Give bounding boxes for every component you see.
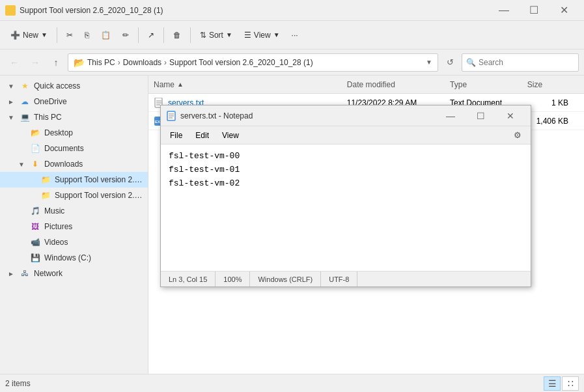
- path-part-folder: Support Tool version 2.6_2020_10_28 (1): [169, 58, 313, 67]
- content-line-1: fsl-test-vm-00: [169, 150, 523, 163]
- sort-button[interactable]: ⇅ Sort ▼: [195, 25, 238, 46]
- path-folder-icon: 📂: [74, 57, 85, 68]
- sidebar-label: Downloads: [44, 160, 83, 169]
- file-pane: Name ▲ Date modified Type Size: [148, 76, 584, 374]
- sidebar-label: Quick access: [34, 81, 80, 91]
- share-button[interactable]: ↗: [143, 25, 160, 46]
- up-button[interactable]: ↑: [47, 53, 65, 72]
- sidebar-label: Windows (C:): [44, 253, 91, 262]
- minimize-button[interactable]: —: [489, 0, 519, 21]
- notepad-settings-button[interactable]: ⚙: [507, 126, 528, 145]
- notepad-title-left: servers.txt - Notepad: [166, 111, 253, 121]
- zoom-level: 100%: [216, 272, 250, 287]
- address-bar: ← → ↑ 📂 This PC › Downloads › Support To…: [0, 49, 584, 76]
- new-icon: ➕: [10, 31, 20, 40]
- forward-button[interactable]: →: [26, 53, 44, 72]
- line-ending: Windows (CRLF): [250, 272, 321, 287]
- main-layout: ▼ ★ Quick access ► ☁ OneDrive ▼ 💻 This P…: [0, 76, 584, 374]
- new-button[interactable]: ➕ New ▼: [5, 25, 53, 46]
- folder-yellow-icon: 📁: [40, 175, 51, 185]
- view-button[interactable]: ☰ View ▼: [239, 25, 285, 46]
- paste-button[interactable]: 📋: [96, 25, 116, 46]
- toolbar-separator-1: [57, 27, 57, 43]
- details-view-button[interactable]: ☰: [544, 376, 561, 391]
- folder-icon: 📂: [30, 128, 40, 138]
- sidebar-item-pictures[interactable]: 🖼 Pictures: [0, 219, 148, 234]
- maximize-button[interactable]: ☐: [519, 0, 549, 21]
- toolbar-separator-2: [138, 27, 139, 43]
- share-icon: ↗: [148, 31, 154, 40]
- search-icon: 🔍: [466, 58, 476, 67]
- encoding: UTF-8: [321, 272, 357, 287]
- notepad-menu-edit[interactable]: Edit: [189, 128, 216, 143]
- folder-yellow-icon: 📁: [40, 190, 51, 201]
- sidebar-item-onedrive[interactable]: ► ☁ OneDrive: [0, 94, 148, 109]
- sidebar-item-stv2[interactable]: 📁 Support Tool version 2.6_202: [0, 188, 148, 203]
- notepad-window-title: servers.txt - Notepad: [180, 111, 253, 120]
- rename-button[interactable]: ✏: [117, 25, 134, 46]
- notepad-menu-view[interactable]: View: [216, 128, 245, 143]
- tiles-view-button[interactable]: ∷: [562, 376, 579, 391]
- sidebar-item-videos[interactable]: 📹 Videos: [0, 234, 148, 250]
- col-header-size[interactable]: Size: [527, 80, 579, 89]
- col-header-name[interactable]: Name ▲: [154, 80, 347, 89]
- sidebar-label: Videos: [44, 238, 68, 247]
- sidebar-item-music[interactable]: 🎵 Music: [0, 203, 148, 219]
- title-bar-controls: — ☐ ✕: [489, 0, 579, 21]
- sort-arrow-icon: ▲: [177, 81, 184, 88]
- notepad-menu-file[interactable]: File: [163, 128, 189, 143]
- sidebar-item-stv1[interactable]: 📁 Support Tool version 2.6_202: [0, 172, 148, 188]
- notepad-window: servers.txt - Notepad — ☐ ✕ File Edit Vi…: [160, 105, 531, 287]
- cloud-icon: ☁: [20, 96, 30, 107]
- expander-icon: ►: [8, 270, 16, 277]
- view-dropdown-icon: ▼: [273, 31, 280, 38]
- col-header-type[interactable]: Type: [450, 80, 527, 89]
- pc-icon: 💻: [20, 112, 30, 122]
- videos-icon: 📹: [30, 237, 40, 247]
- expander-icon: ▼: [8, 83, 16, 90]
- toolbar-separator-4: [190, 27, 191, 43]
- search-box: 🔍: [462, 53, 579, 72]
- back-button[interactable]: ←: [5, 53, 23, 72]
- notepad-minimize-button[interactable]: —: [436, 105, 466, 126]
- delete-icon: 🗑: [173, 31, 181, 40]
- search-input[interactable]: [479, 58, 576, 67]
- cut-icon: ✂: [66, 31, 73, 40]
- title-bar-folder-icon: [5, 5, 16, 16]
- music-icon: 🎵: [30, 206, 40, 216]
- sidebar-item-documents[interactable]: 📄 Documents: [0, 141, 148, 156]
- content-line-3: fsl-test-vm-02: [169, 177, 523, 191]
- notepad-titlebar: servers.txt - Notepad — ☐ ✕: [161, 105, 531, 126]
- sidebar: ▼ ★ Quick access ► ☁ OneDrive ▼ 💻 This P…: [0, 76, 148, 374]
- col-header-date[interactable]: Date modified: [347, 80, 450, 89]
- file-size: 1 KB: [527, 98, 579, 107]
- address-path[interactable]: 📂 This PC › Downloads › Support Tool ver…: [68, 53, 438, 72]
- cursor-position: Ln 3, Col 15: [161, 272, 216, 287]
- sort-icon: ⇅: [200, 31, 206, 40]
- sidebar-item-desktop[interactable]: 📂 Desktop: [0, 125, 148, 141]
- sidebar-item-winc[interactable]: 💾 Windows (C:): [0, 250, 148, 266]
- close-button[interactable]: ✕: [549, 0, 579, 21]
- sidebar-item-network[interactable]: ► 🖧 Network: [0, 266, 148, 281]
- toolbar-separator-3: [163, 27, 164, 43]
- delete-button[interactable]: 🗑: [168, 25, 186, 46]
- items-count: 2 items: [5, 379, 31, 388]
- notepad-maximize-button[interactable]: ☐: [466, 105, 495, 126]
- sidebar-label: OneDrive: [34, 97, 67, 106]
- paste-icon: 📋: [101, 31, 111, 40]
- sidebar-item-downloads[interactable]: ▼ ⬇ Downloads: [0, 156, 148, 172]
- file-header: Name ▲ Date modified Type Size: [148, 76, 584, 94]
- path-part-downloads: Downloads: [123, 58, 161, 67]
- copy-button[interactable]: ⎘: [79, 25, 94, 46]
- sidebar-item-thispc[interactable]: ▼ 💻 This PC: [0, 109, 148, 125]
- more-button[interactable]: ···: [286, 25, 303, 46]
- content-line-2: fsl-test-vm-01: [169, 163, 523, 177]
- refresh-button[interactable]: ↺: [441, 53, 459, 72]
- title-bar: Support Tool version 2.6_2020_10_28 (1) …: [0, 0, 584, 21]
- path-part-thispc: This PC: [87, 58, 115, 67]
- cut-button[interactable]: ✂: [61, 25, 78, 46]
- notepad-content[interactable]: fsl-test-vm-00 fsl-test-vm-01 fsl-test-v…: [161, 145, 531, 271]
- sidebar-item-quick-access[interactable]: ▼ ★ Quick access: [0, 78, 148, 94]
- notepad-close-button[interactable]: ✕: [495, 105, 525, 126]
- downloads-icon: ⬇: [30, 159, 40, 169]
